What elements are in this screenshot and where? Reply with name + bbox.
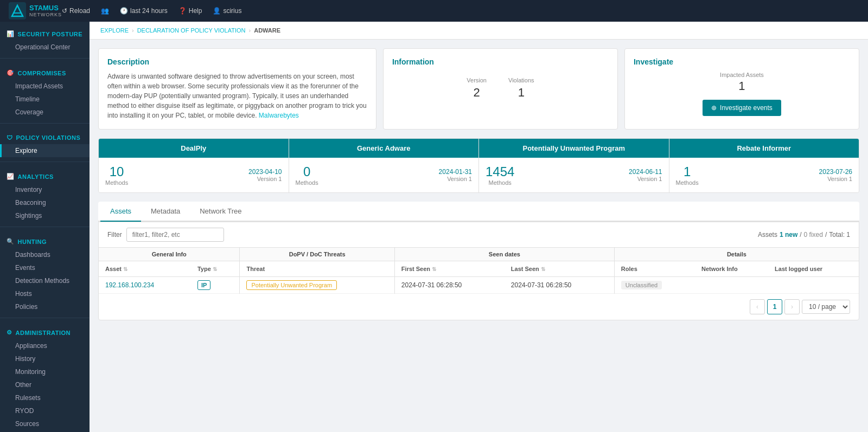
sidebar-item-other[interactable]: Other — [0, 378, 90, 391]
sidebar-item-timeline[interactable]: Timeline — [0, 93, 90, 106]
threat-badge-0[interactable]: Potentially Unwanted Program — [246, 280, 337, 290]
user-menu[interactable]: 👤 scirius — [213, 7, 241, 15]
hunting-icon: 🔍 — [7, 238, 15, 245]
col-group-general-info: General Info — [99, 248, 240, 261]
col-header-last-seen[interactable]: Last Seen ⇅ — [505, 261, 615, 277]
sidebar-item-rulesets[interactable]: Rulesets — [0, 391, 90, 404]
help-button[interactable]: ❓ Help — [178, 7, 202, 15]
version-value: 2 — [467, 86, 487, 100]
sort-icon-last-seen: ⇅ — [541, 266, 545, 272]
cell-last-logged-user-0 — [768, 277, 859, 294]
threat-card-body-3: 1 Methods 2023-07-26 Version 1 — [669, 158, 859, 192]
sidebar-item-ryod[interactable]: RYOD — [0, 404, 90, 417]
threat-version-label-0: Version 1 — [248, 176, 282, 182]
threat-card-body-0: 10 Methods 2023-04-10 Version 1 — [99, 158, 289, 192]
user-icon: 👤 — [213, 7, 221, 15]
logo-title: STAMUS — [29, 4, 62, 12]
app-logo: STAMUS NETWORKS — [9, 2, 62, 20]
threat-date-2: 2024-06-11 Version 1 — [629, 168, 662, 182]
col-header-asset[interactable]: Asset ⇅ — [99, 261, 191, 277]
sidebar-divider-1 — [0, 58, 90, 59]
pagination-page-1[interactable]: 1 — [767, 299, 782, 314]
gear-icon: ⚙ — [7, 329, 12, 336]
reload-icon: ↺ — [62, 7, 67, 15]
cell-asset-0: 192.168.100.234 — [99, 277, 191, 294]
sidebar-item-operational-center[interactable]: Operational Center — [0, 41, 90, 54]
cell-type-0: IP — [191, 277, 240, 294]
breadcrumb-declaration[interactable]: DECLARATION OF POLICY VIOLATION — [137, 27, 246, 34]
col-header-first-seen[interactable]: First Seen ⇅ — [394, 261, 505, 277]
per-page-select[interactable]: 10 / page 25 / page 50 / page — [802, 300, 850, 314]
threat-methods-label-3: Methods — [676, 179, 699, 186]
threat-card-header-1[interactable]: Generic Adware — [289, 139, 479, 158]
sidebar-item-coverage[interactable]: Coverage — [0, 106, 90, 119]
pagination-prev[interactable]: ‹ — [750, 299, 765, 314]
stats-total: Total: 1 — [829, 231, 850, 238]
reload-button[interactable]: ↺ Reload — [62, 7, 90, 15]
time-period-selector[interactable]: 🕐 last 24 hours — [120, 7, 168, 15]
filter-input[interactable] — [126, 228, 224, 242]
threat-date-1: 2024-01-31 Version 1 — [439, 168, 472, 182]
user-management-icon[interactable]: 👥 — [101, 7, 109, 15]
col-header-type[interactable]: Type ⇅ — [191, 261, 240, 277]
threat-version-label-3: Version 1 — [819, 176, 852, 182]
sidebar-item-policies[interactable]: Policies — [0, 300, 90, 313]
sidebar-section-title-hunting[interactable]: 🔍 HUNTING — [0, 235, 90, 248]
version-label: Version — [467, 77, 487, 83]
investigate-events-button[interactable]: ⊕ Investigate events — [703, 100, 781, 116]
description-title: Description — [107, 57, 367, 66]
threat-date-value-0: 2023-04-10 — [248, 168, 282, 176]
sidebar-item-history[interactable]: History — [0, 352, 90, 365]
threat-stat-3: 1 Methods — [676, 164, 699, 186]
stamus-logo-icon — [9, 2, 26, 20]
content-wrapper: Description Adware is unwanted software … — [90, 40, 868, 329]
sidebar-section-title-security-posture[interactable]: 📊 SECURITY POSTURE — [0, 27, 90, 41]
sidebar-item-sightings[interactable]: Sightings — [0, 209, 90, 222]
tabs-and-table: Assets Metadata Network Tree Filter Asse… — [98, 202, 859, 320]
threat-card-0: DealPly 10 Methods 2023-04-10 Version 1 — [99, 139, 289, 192]
sidebar-item-monitoring[interactable]: Monitoring — [0, 365, 90, 378]
sidebar-item-events[interactable]: Events — [0, 261, 90, 274]
assets-table: General Info DoPV / DoC Threats Seen dat… — [99, 248, 859, 294]
sidebar-item-beaconing[interactable]: Beaconing — [0, 196, 90, 209]
sidebar-item-sources[interactable]: Sources — [0, 417, 90, 430]
threat-card-2: Potentially Unwanted Program 1454 Method… — [479, 139, 669, 192]
sidebar-item-impacted-assets[interactable]: Impacted Assets — [0, 80, 90, 93]
sidebar-section-title-compromises[interactable]: 🎯 COMPROMISES — [0, 66, 90, 80]
table-area: Filter Assets 1 new / 0 fixed / Total: 1 — [98, 222, 859, 320]
tabs-bar: Assets Metadata Network Tree — [98, 202, 859, 222]
pagination-next[interactable]: › — [784, 299, 800, 314]
threat-card-header-0[interactable]: DealPly — [99, 139, 289, 158]
threat-date-value-3: 2023-07-26 — [819, 168, 852, 176]
malwarebytes-link[interactable]: Malwarebytes — [259, 112, 299, 119]
breadcrumb-sep-2: › — [249, 27, 251, 34]
sidebar-section-title-analytics[interactable]: 📈 ANALYTICS — [0, 170, 90, 183]
sidebar-item-explore[interactable]: Explore — [0, 144, 90, 157]
stats-new: 1 new — [780, 231, 797, 238]
violations-value: 1 — [508, 86, 534, 100]
sidebar-section-title-administration[interactable]: ⚙ ADMINISTRATION — [0, 326, 90, 339]
col-group-dopv-doc: DoPV / DoC Threats — [240, 248, 394, 261]
sidebar-section-compromises: 🎯 COMPROMISES Impacted Assets Timeline C… — [0, 61, 90, 121]
tab-network-tree[interactable]: Network Tree — [190, 202, 251, 222]
threat-card-header-3[interactable]: Rebate Informer — [669, 139, 859, 158]
threat-methods-value-1: 0 — [296, 164, 318, 179]
sidebar-item-dashboards[interactable]: Dashboards — [0, 248, 90, 261]
stats-prefix: Assets — [758, 231, 777, 238]
threat-version-label-2: Version 1 — [629, 176, 662, 182]
logo-subtitle: NETWORKS — [29, 12, 62, 17]
sort-icon-asset: ⇅ — [123, 266, 127, 272]
breadcrumb-explore[interactable]: EXPLORE — [100, 27, 129, 34]
stats-fixed: 0 fixed — [804, 231, 823, 238]
cell-first-seen-0: 2024-07-31 06:28:50 — [394, 277, 505, 294]
sidebar-item-inventory[interactable]: Inventory — [0, 183, 90, 196]
sidebar-item-hosts[interactable]: Hosts — [0, 287, 90, 300]
sidebar-item-detection-methods[interactable]: Detection Methods — [0, 274, 90, 287]
asset-link-0[interactable]: 192.168.100.234 — [105, 281, 154, 289]
sidebar-section-title-policy-violations[interactable]: 🛡 POLICY VIOLATIONS — [0, 131, 90, 144]
sidebar-item-appliances[interactable]: Appliances — [0, 339, 90, 352]
tab-assets[interactable]: Assets — [100, 202, 141, 222]
threat-card-header-2[interactable]: Potentially Unwanted Program — [479, 139, 669, 158]
threat-version-label-1: Version 1 — [439, 176, 472, 182]
tab-metadata[interactable]: Metadata — [141, 202, 190, 222]
